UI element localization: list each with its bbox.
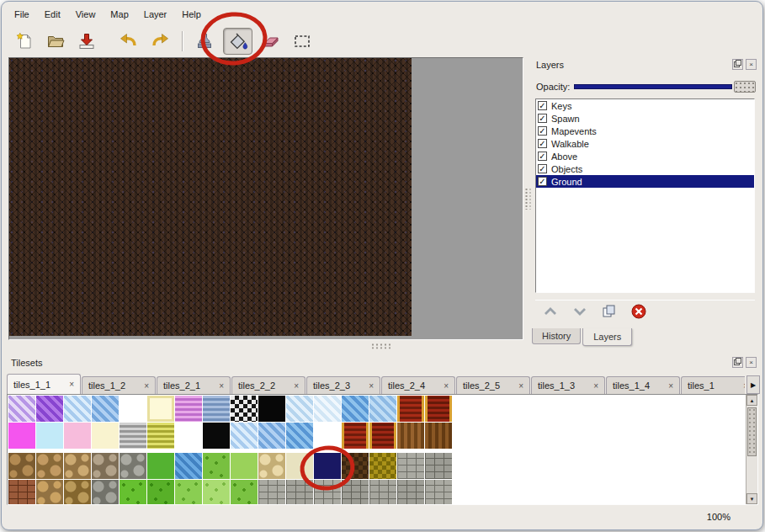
tile[interactable] bbox=[120, 453, 146, 479]
tab-close-icon[interactable]: × bbox=[219, 381, 224, 391]
tile[interactable] bbox=[36, 423, 63, 449]
map-viewport[interactable] bbox=[8, 57, 523, 340]
tile[interactable] bbox=[175, 480, 202, 505]
tile[interactable] bbox=[64, 480, 91, 505]
tile[interactable] bbox=[36, 453, 63, 479]
open-file-button[interactable] bbox=[43, 29, 68, 54]
tile[interactable] bbox=[342, 480, 369, 505]
layer-visibility-checkbox[interactable]: ✓ bbox=[538, 139, 547, 148]
tile[interactable] bbox=[425, 423, 452, 449]
panel-tab-layers[interactable]: Layers bbox=[582, 328, 632, 346]
delete-layer-button[interactable] bbox=[629, 303, 649, 322]
tile[interactable] bbox=[120, 423, 146, 449]
tileset-tab-tiles_2_3[interactable]: tiles_2_3× bbox=[306, 376, 380, 394]
panel-float-button[interactable] bbox=[732, 357, 743, 368]
tile[interactable] bbox=[397, 423, 424, 449]
tab-close-icon[interactable]: × bbox=[69, 380, 74, 389]
tile[interactable] bbox=[397, 480, 424, 505]
tile[interactable] bbox=[425, 396, 452, 422]
tile[interactable] bbox=[231, 423, 258, 449]
select-tool-button[interactable] bbox=[290, 29, 315, 54]
layer-row-above[interactable]: ✓Above bbox=[536, 150, 754, 162]
layer-row-ground[interactable]: ✓Ground bbox=[536, 175, 754, 188]
menu-item-help[interactable]: Help bbox=[174, 8, 209, 23]
tab-close-icon[interactable]: × bbox=[294, 381, 299, 391]
tile[interactable] bbox=[147, 480, 174, 505]
layer-visibility-checkbox[interactable]: ✓ bbox=[538, 126, 547, 136]
tileset-tab-tiles_2_2[interactable]: tiles_2_2× bbox=[231, 376, 305, 394]
layer-row-mapevents[interactable]: ✓Mapevents bbox=[536, 125, 754, 137]
tab-close-icon[interactable]: × bbox=[369, 381, 374, 391]
tile[interactable] bbox=[64, 453, 91, 479]
tile[interactable] bbox=[258, 423, 285, 449]
tile[interactable] bbox=[92, 480, 119, 505]
tile[interactable] bbox=[64, 423, 91, 449]
tile[interactable] bbox=[369, 396, 396, 422]
tab-close-icon[interactable]: × bbox=[668, 381, 673, 391]
layer-visibility-checkbox[interactable]: ✓ bbox=[538, 164, 547, 173]
tile[interactable] bbox=[8, 396, 35, 422]
tile[interactable] bbox=[342, 396, 369, 422]
tile[interactable] bbox=[342, 423, 369, 449]
eraser-tool-button[interactable] bbox=[258, 29, 284, 54]
tile[interactable] bbox=[175, 453, 202, 479]
layer-visibility-checkbox[interactable]: ✓ bbox=[538, 152, 547, 161]
tile[interactable] bbox=[258, 396, 285, 422]
tile[interactable] bbox=[147, 423, 174, 449]
tile[interactable] bbox=[342, 453, 369, 479]
tile[interactable] bbox=[369, 453, 396, 479]
tileset-vertical-scrollbar[interactable]: ▲ ▼ bbox=[746, 395, 757, 504]
fill-tool-button[interactable] bbox=[223, 28, 252, 55]
tile[interactable] bbox=[231, 480, 258, 505]
tile[interactable] bbox=[314, 480, 341, 505]
tile[interactable] bbox=[425, 480, 452, 505]
tile[interactable] bbox=[147, 396, 174, 422]
tile[interactable] bbox=[258, 453, 285, 479]
stamp-tool-button[interactable] bbox=[192, 29, 217, 54]
undo-button[interactable] bbox=[116, 29, 141, 54]
tile[interactable] bbox=[258, 480, 285, 505]
tile[interactable] bbox=[8, 423, 35, 449]
redo-button[interactable] bbox=[147, 29, 173, 54]
tileset-tab-tiles_1_2[interactable]: tiles_1_2× bbox=[82, 376, 156, 394]
menu-item-file[interactable]: File bbox=[7, 8, 37, 23]
map-canvas[interactable] bbox=[9, 58, 412, 336]
tile[interactable] bbox=[92, 396, 119, 422]
tileset-tab-tiles_1_3[interactable]: tiles_1_3× bbox=[531, 376, 605, 394]
tile[interactable] bbox=[120, 396, 146, 422]
tileset-tab-tiles_1_4[interactable]: tiles_1_4× bbox=[606, 376, 680, 394]
layer-visibility-checkbox[interactable]: ✓ bbox=[538, 177, 547, 186]
panel-close-button[interactable]: × bbox=[746, 59, 757, 70]
tile-circled[interactable] bbox=[314, 453, 341, 479]
tile[interactable] bbox=[203, 480, 230, 505]
layers-list[interactable]: ✓Keys✓Spawn✓Mapevents✓Walkable✓Above✓Obj… bbox=[535, 98, 755, 293]
tile[interactable] bbox=[175, 423, 202, 449]
tile[interactable] bbox=[8, 480, 35, 505]
tile[interactable] bbox=[286, 423, 313, 449]
menu-item-layer[interactable]: Layer bbox=[136, 8, 175, 23]
tab-close-icon[interactable]: × bbox=[743, 381, 745, 391]
tileset-tab-tiles_2_1[interactable]: tiles_2_1× bbox=[157, 376, 231, 394]
tile[interactable] bbox=[36, 396, 63, 422]
layer-row-walkable[interactable]: ✓Walkable bbox=[536, 137, 754, 150]
layer-row-keys[interactable]: ✓Keys bbox=[536, 99, 754, 112]
layer-visibility-checkbox[interactable]: ✓ bbox=[538, 114, 547, 123]
tile[interactable] bbox=[147, 453, 174, 479]
tile[interactable] bbox=[203, 423, 230, 449]
vertical-splitter[interactable] bbox=[524, 57, 530, 340]
layer-visibility-checkbox[interactable]: ✓ bbox=[538, 101, 547, 110]
tile[interactable] bbox=[286, 396, 313, 422]
scrollbar-thumb[interactable] bbox=[747, 407, 757, 456]
tileset-tab-tiles_1_1[interactable]: tiles_1_1× bbox=[7, 374, 81, 394]
tileset-tab-tiles_1[interactable]: tiles_1× bbox=[681, 376, 745, 394]
menu-item-map[interactable]: Map bbox=[103, 8, 135, 23]
duplicate-layer-button[interactable] bbox=[599, 303, 619, 322]
scroll-down-button[interactable]: ▼ bbox=[746, 493, 757, 504]
tile[interactable] bbox=[231, 396, 258, 422]
move-layer-up-button[interactable] bbox=[540, 303, 560, 322]
layer-row-objects[interactable]: ✓Objects bbox=[536, 162, 754, 175]
tileset-tab-tiles_2_4[interactable]: tiles_2_4× bbox=[381, 376, 455, 394]
opacity-slider-handle[interactable] bbox=[734, 81, 756, 93]
tile[interactable] bbox=[92, 453, 119, 479]
tile[interactable] bbox=[203, 453, 230, 479]
